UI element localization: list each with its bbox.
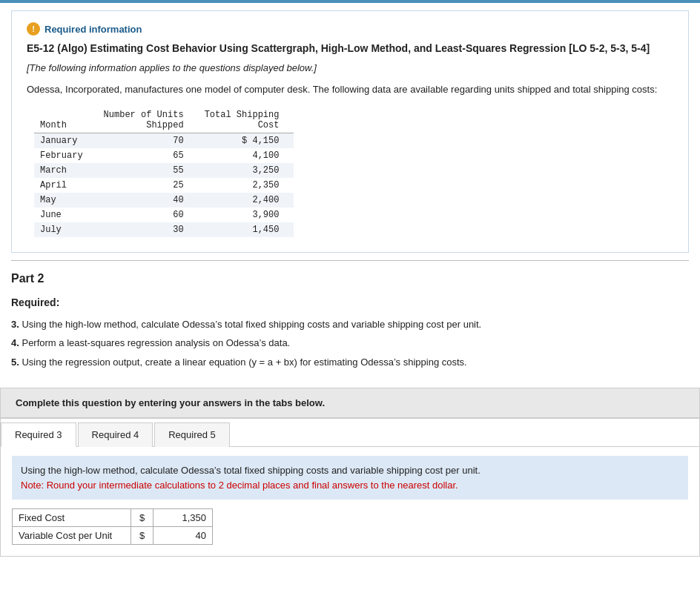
answer-label: Variable Cost per Unit <box>13 527 131 545</box>
cell-month: February <box>34 148 98 163</box>
table-row: February 65 4,100 <box>34 148 294 163</box>
cell-units: 25 <box>98 178 199 193</box>
tab-note: Note: Round your intermediate calculatio… <box>21 480 458 491</box>
required-section: ! Required information E5-12 (Algo) Esti… <box>11 10 689 253</box>
data-table: Month Number of UnitsShipped Total Shipp… <box>34 107 294 237</box>
question-number: 3. <box>11 319 19 330</box>
tab-required-4[interactable]: Required 4 <box>78 422 153 447</box>
section-title: E5-12 (Algo) Estimating Cost Behavior Us… <box>27 42 673 56</box>
cell-cost: 1,450 <box>199 222 294 237</box>
question-number: 4. <box>11 337 19 348</box>
table-row: June 60 3,900 <box>34 208 294 222</box>
question-number: 5. <box>11 357 19 368</box>
table-row: January 70 $ 4,150 <box>34 133 294 149</box>
tab-required-5[interactable]: Required 5 <box>154 422 230 447</box>
cell-cost: $ 4,150 <box>199 133 294 149</box>
cell-month: July <box>34 222 98 237</box>
cell-month: May <box>34 193 98 208</box>
answer-label: Fixed Cost <box>13 509 131 527</box>
cell-cost: 2,400 <box>199 193 294 208</box>
info-icon: ! <box>27 22 40 36</box>
description: Odessa, Incorporated, manufactures one m… <box>27 82 673 97</box>
required-label2: Required: <box>11 296 689 308</box>
answer-row: Variable Cost per Unit $ 40 <box>13 527 213 545</box>
tab-required-3[interactable]: Required 3 <box>1 422 76 447</box>
tab-desc-text: Using the high-low method, calculate Ode… <box>21 465 481 476</box>
cell-cost: 3,250 <box>199 163 294 178</box>
cell-units: 70 <box>98 133 199 149</box>
complete-box: Complete this question by entering your … <box>0 388 700 418</box>
answer-value[interactable]: 1,350 <box>153 509 213 527</box>
tab-description: Using the high-low method, calculate Ode… <box>12 456 688 500</box>
part-title: Part 2 <box>11 272 689 285</box>
col-header-units: Number of UnitsShipped <box>98 107 199 133</box>
cell-month: January <box>34 133 98 149</box>
col-header-month: Month <box>34 107 98 133</box>
required-label: ! Required information <box>27 22 673 36</box>
table-row: July 30 1,450 <box>34 222 294 237</box>
answer-currency: $ <box>131 527 153 545</box>
col-header-cost: Total ShippingCost <box>199 107 294 133</box>
cell-month: April <box>34 178 98 193</box>
cell-units: 65 <box>98 148 199 163</box>
answer-table: Fixed Cost $ 1,350 Variable Cost per Uni… <box>12 508 213 545</box>
cell-units: 30 <box>98 222 199 237</box>
question-item: 5. Using the regression output, create a… <box>11 354 689 371</box>
cell-cost: 3,900 <box>199 208 294 222</box>
tabs-container: Required 3Required 4Required 5 Using the… <box>0 418 700 557</box>
answer-value[interactable]: 40 <box>153 527 213 545</box>
question-item: 3. Using the high-low method, calculate … <box>11 316 689 333</box>
italic-note: [The following information applies to th… <box>27 62 673 73</box>
tab-content: Using the high-low method, calculate Ode… <box>1 447 699 556</box>
table-row: April 25 2,350 <box>34 178 294 193</box>
cell-cost: 2,350 <box>199 178 294 193</box>
table-row: March 55 3,250 <box>34 163 294 178</box>
cell-units: 40 <box>98 193 199 208</box>
cell-cost: 4,100 <box>199 148 294 163</box>
cell-units: 55 <box>98 163 199 178</box>
cell-units: 60 <box>98 208 199 222</box>
part-section: Part 2 Required: 3. Using the high-low m… <box>0 261 700 388</box>
top-bar <box>0 0 700 3</box>
answer-row: Fixed Cost $ 1,350 <box>13 509 213 527</box>
answer-currency: $ <box>131 509 153 527</box>
cell-month: March <box>34 163 98 178</box>
tabs-header: Required 3Required 4Required 5 <box>1 419 699 447</box>
table-row: May 40 2,400 <box>34 193 294 208</box>
cell-month: June <box>34 208 98 222</box>
questions: 3. Using the high-low method, calculate … <box>11 316 689 371</box>
question-item: 4. Perform a least-squares regression an… <box>11 334 689 351</box>
